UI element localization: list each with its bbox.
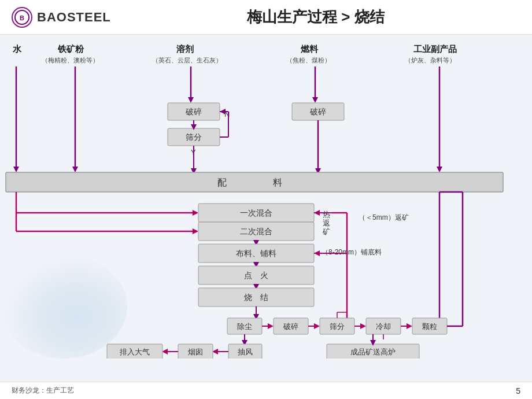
label-small-return: （＜5mm）返矿 (359, 213, 409, 221)
label-hot-return2: 返 (323, 219, 330, 227)
page-title: 梅山生产过程 > 烧结 (111, 7, 520, 27)
svg-marker-9 (312, 97, 318, 103)
label-fuel-sub: （焦粉、煤粉） (286, 57, 331, 64)
svg-marker-38 (314, 210, 320, 216)
label-mix1: 一次混合 (240, 208, 272, 217)
label-industrial-sub: （炉灰、杂料等） (405, 57, 456, 64)
logo-area: B BAOSTEEL (12, 7, 111, 28)
label-chimney: 烟囱 (188, 348, 203, 356)
label-iron-sub: （梅精粉、澳粉等） (42, 57, 99, 64)
label-exhaust-fan: 抽风 (238, 348, 253, 356)
svg-marker-26 (193, 228, 198, 234)
svg-marker-17 (220, 109, 226, 114)
svg-text:B: B (20, 14, 24, 21)
label-fuel: 燃料 (300, 44, 319, 54)
label-crush1: 破碎 (185, 107, 202, 116)
label-sinter: 烧 结 (244, 293, 268, 302)
svg-marker-47 (314, 323, 320, 329)
label-pellet: 颗粒 (422, 322, 437, 331)
svg-marker-5 (72, 167, 78, 172)
label-spread: 布料、铺料 (236, 249, 276, 258)
label-iron-powder: 铁矿粉 (57, 44, 84, 54)
footer: 财务沙龙：生产工艺 5 (0, 382, 532, 399)
label-cool: 冷却 (376, 322, 391, 331)
logo-text: BAOSTEEL (37, 10, 111, 25)
svg-marker-3 (13, 167, 19, 172)
label-hot-return3: 矿 (322, 227, 330, 236)
main-content: 水 铁矿粉 （梅精粉、澳粉等） 溶剂 （英石、云层、生石灰） 燃料 （焦粉、煤粉… (0, 35, 532, 382)
label-sieve2: 筛分 (330, 322, 345, 331)
label-sieve1: 筛分 (186, 132, 202, 142)
page-number: 5 (516, 386, 520, 396)
svg-marker-51 (407, 323, 412, 329)
label-crush3: 破碎 (283, 322, 298, 331)
svg-marker-24 (193, 210, 198, 216)
svg-marker-11 (437, 167, 442, 172)
label-hot-return: 热 (323, 210, 330, 219)
label-mix2: 二次混合 (240, 227, 272, 236)
header: B BAOSTEEL 梅山生产过程 > 烧结 (0, 0, 532, 35)
label-solvent: 溶剂 (176, 44, 194, 54)
label-dedusting: 除尘 (237, 322, 252, 331)
process-diagram: 水 铁矿粉 （梅精粉、澳粉等） 溶剂 （英石、云层、生石灰） 燃料 （焦粉、煤粉… (0, 35, 509, 359)
label-water: 水 (12, 44, 22, 54)
svg-marker-45 (268, 323, 274, 329)
logo-icon: B (12, 7, 32, 28)
svg-marker-40 (314, 250, 320, 256)
label-ignite: 点 火 (244, 271, 268, 280)
svg-marker-49 (360, 323, 366, 329)
label-industrial: 工业副产品 (413, 44, 457, 54)
svg-marker-7 (188, 97, 194, 103)
label-solvent-sub: （英石、云层、生石灰） (152, 57, 222, 64)
footer-label: 财务沙龙：生产工艺 (12, 386, 74, 396)
label-finished: 成品矿送高炉 (350, 348, 396, 356)
label-batch: 配 料 (217, 178, 291, 187)
label-bed-material: （8-20mm）铺底料 (322, 248, 382, 256)
label-exhaust: 排入大气 (120, 348, 150, 356)
label-crush2: 破碎 (309, 107, 326, 116)
